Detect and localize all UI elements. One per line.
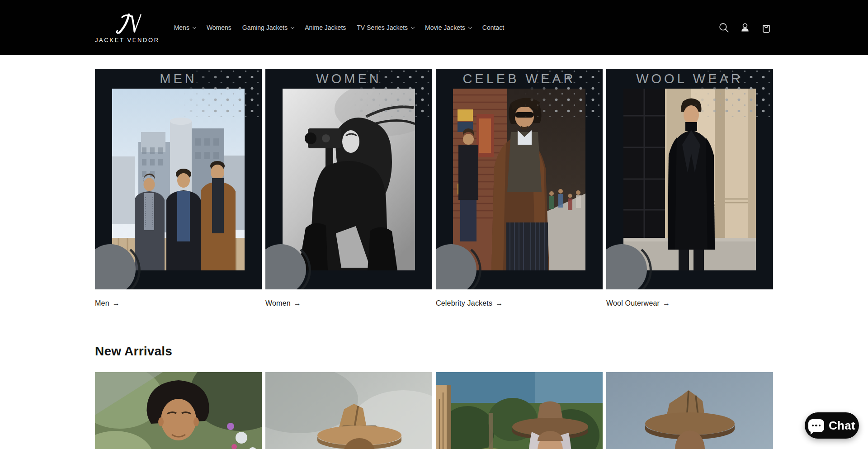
nav-item-mens[interactable]: Mens — [169, 0, 201, 55]
collection-link-wool-outerwear[interactable]: Wool Outerwear → — [606, 299, 773, 308]
nav-item-contact[interactable]: Contact — [477, 0, 509, 55]
search-icon — [718, 22, 730, 33]
account-button[interactable] — [738, 21, 752, 34]
collection-link-men[interactable]: Men → — [95, 299, 262, 308]
chevron-down-icon — [193, 25, 196, 28]
chat-button[interactable]: Chat — [805, 412, 859, 439]
collection-card-wool-wear[interactable]: WOOL WEAR — [606, 69, 773, 289]
nav-item-anime-jackets[interactable]: Anime Jackets — [299, 0, 351, 55]
collection-list: MEN — [95, 69, 773, 289]
brush-stroke-decoration — [606, 226, 662, 289]
collection-card-women[interactable]: WOMEN — [265, 69, 432, 289]
collection-link-women[interactable]: Women → — [265, 299, 432, 308]
search-button[interactable] — [717, 21, 731, 34]
collection-card-celeb-wear[interactable]: CELEB WEAR — [436, 69, 603, 289]
brush-stroke-decoration — [95, 226, 151, 289]
collection-links: Men → Women → Celebrity Jackets → Wool O… — [95, 299, 773, 308]
man-cowboy-hat-blue-sky-photo — [606, 372, 773, 449]
header-icons — [717, 21, 773, 34]
man-cowboy-hat-grey-sky-photo — [265, 372, 432, 449]
logo-wordmark: JACKET VENDOR — [95, 37, 160, 43]
nav-item-movie-jackets[interactable]: Movie Jackets — [420, 0, 477, 55]
woman-cowboy-hat-forest-photo — [436, 372, 603, 449]
site-header: JACKET VENDOR Mens Womens Gaming Jackets… — [0, 0, 868, 55]
nav-item-gaming-jackets[interactable]: Gaming Jackets — [237, 0, 299, 55]
product-card[interactable] — [436, 372, 603, 449]
collection-card-men[interactable]: MEN — [95, 69, 262, 289]
collection-banner-title: MEN — [95, 69, 262, 89]
collection-banner-title: CELEB WEAR — [436, 69, 603, 89]
new-arrivals-heading: New Arrivals — [95, 345, 773, 358]
product-card[interactable] — [95, 372, 262, 449]
cart-button[interactable] — [760, 21, 773, 34]
chat-bubble-icon — [808, 419, 824, 432]
collection-link-celebrity-jackets[interactable]: Celebrity Jackets → — [436, 299, 603, 308]
main-nav: Mens Womens Gaming Jackets Anime Jackets… — [169, 0, 509, 55]
arrow-right-icon: → — [113, 299, 120, 308]
account-icon — [739, 22, 751, 33]
young-man-garden-jacket-photo — [95, 372, 262, 449]
new-arrivals-grid — [95, 372, 773, 449]
arrow-right-icon: → — [663, 299, 670, 308]
arrow-right-icon: → — [294, 299, 301, 308]
collection-banner-title: WOOL WEAR — [606, 69, 773, 89]
cart-icon — [760, 22, 772, 33]
chevron-down-icon — [411, 25, 415, 28]
chevron-down-icon — [291, 25, 294, 28]
product-card[interactable] — [606, 372, 773, 449]
page-content: MEN — [95, 69, 773, 449]
arrow-right-icon: → — [495, 299, 503, 308]
logo-monogram-icon — [113, 12, 142, 35]
nav-item-tv-series-jackets[interactable]: TV Series Jackets — [351, 0, 420, 55]
collection-banner-title: WOMEN — [265, 69, 432, 89]
nav-item-womens[interactable]: Womens — [201, 0, 237, 55]
product-card[interactable] — [265, 372, 432, 449]
logo[interactable]: JACKET VENDOR — [95, 12, 160, 43]
chat-label: Chat — [829, 419, 855, 433]
brush-stroke-decoration — [436, 226, 492, 289]
chevron-down-icon — [468, 25, 472, 28]
brush-stroke-decoration — [265, 226, 321, 289]
